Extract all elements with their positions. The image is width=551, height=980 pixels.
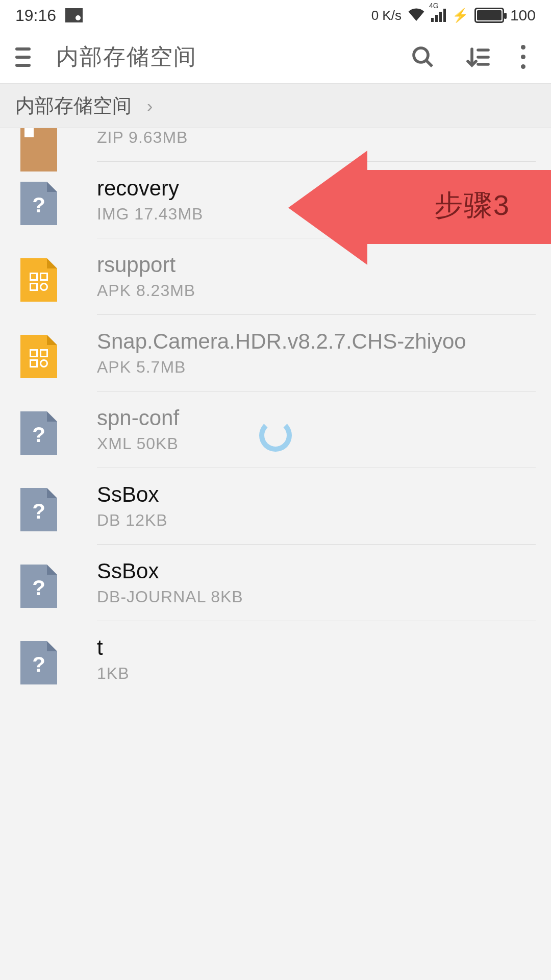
clock: 19:16 — [15, 6, 56, 25]
app-bar: 内部存储空间 — [0, 31, 551, 83]
unknown-file-icon: ? — [20, 565, 57, 601]
battery-icon — [474, 8, 504, 23]
file-meta: ZIP 9.63MB — [97, 128, 531, 147]
file-meta: DB 12KB — [97, 511, 531, 530]
battery-pct: 100 — [510, 7, 536, 24]
file-meta: APK 8.23MB — [97, 281, 531, 300]
list-item[interactable]: rsupport APK 8.23MB — [0, 238, 551, 314]
search-icon[interactable] — [411, 45, 435, 69]
svg-line-1 — [426, 60, 432, 66]
sort-icon[interactable] — [466, 45, 490, 69]
charging-icon: ⚡ — [452, 8, 468, 23]
unknown-file-icon: ? — [20, 182, 57, 218]
list-item[interactable]: ? t 1KB — [0, 621, 551, 697]
page-title: 内部存储空间 — [56, 42, 197, 72]
breadcrumb[interactable]: 内部存储空间 › — [0, 83, 551, 128]
status-bar: 19:16 0 K/s 4G ⚡ 100 — [0, 0, 551, 31]
file-name: SsBox — [97, 482, 531, 507]
file-meta: XML 50KB — [97, 434, 531, 453]
svg-point-0 — [414, 48, 428, 62]
file-name: rsupport — [97, 253, 531, 277]
list-item[interactable]: Snap.Camera.HDR.v8.2.7.CHS-zhiyoo APK 5.… — [0, 315, 551, 391]
zip-file-icon — [20, 128, 57, 151]
list-item[interactable]: ZIP 9.63MB — [0, 128, 551, 161]
unknown-file-icon: ? — [20, 411, 57, 448]
list-item[interactable]: ? SsBox DB 12KB — [0, 468, 551, 544]
overflow-icon[interactable] — [521, 45, 525, 69]
file-list[interactable]: ZIP 9.63MB ? recovery IMG 17.43MB rsuppo… — [0, 128, 551, 697]
file-name: spn-conf — [97, 406, 531, 430]
apk-file-icon — [20, 258, 57, 295]
file-name: t — [97, 635, 531, 660]
file-name: SsBox — [97, 559, 531, 583]
apk-file-icon — [20, 335, 57, 372]
file-meta: IMG 17.43MB — [97, 205, 531, 224]
cell-signal-icon: 4G — [431, 9, 446, 22]
file-meta: APK 5.7MB — [97, 358, 531, 377]
file-meta: 1KB — [97, 664, 531, 683]
list-item[interactable]: ? SsBox DB-JOURNAL 8KB — [0, 545, 551, 621]
net-speed: 0 K/s — [371, 8, 402, 23]
image-icon — [65, 8, 83, 22]
breadcrumb-root[interactable]: 内部存储空间 — [15, 93, 132, 119]
unknown-file-icon: ? — [20, 641, 57, 678]
file-name: recovery — [97, 176, 531, 201]
file-meta: DB-JOURNAL 8KB — [97, 587, 531, 606]
loading-spinner-icon — [259, 419, 292, 452]
unknown-file-icon: ? — [20, 488, 57, 525]
file-name: Snap.Camera.HDR.v8.2.7.CHS-zhiyoo — [97, 329, 531, 354]
wifi-icon — [408, 7, 425, 24]
chevron-right-icon: › — [147, 96, 153, 116]
menu-icon[interactable] — [15, 47, 36, 67]
list-item[interactable]: ? recovery IMG 17.43MB — [0, 162, 551, 238]
